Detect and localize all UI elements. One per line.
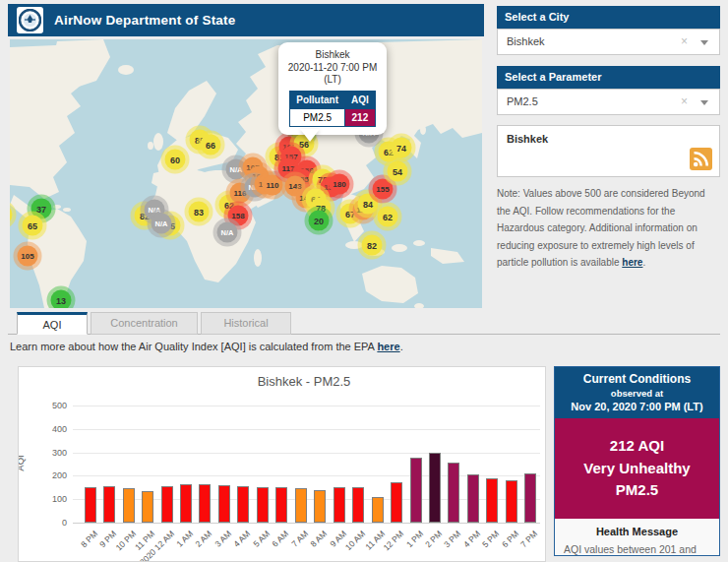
popup-pollutant-value: PM2.5 xyxy=(290,108,345,126)
feed-city-label: Bishkek xyxy=(507,133,548,145)
tab-historical[interactable]: Historical xyxy=(201,312,291,335)
aqi-map-marker[interactable]: 13 xyxy=(51,290,72,309)
aqi-map-marker[interactable]: 54 xyxy=(388,161,408,182)
observed-at-label: observed at xyxy=(557,388,717,399)
aqi-map-marker[interactable]: N/A xyxy=(152,214,172,234)
chart-gridline xyxy=(73,429,540,430)
popup-aqi-table: Pollutant AQI PM2.5 212 xyxy=(289,91,376,127)
chart-bar[interactable] xyxy=(161,486,173,523)
city-select-value: Bishkek xyxy=(507,35,545,47)
health-message-text: AQI values between 201 and 300 trigger a… xyxy=(564,541,710,562)
current-conditions-header: Current Conditions observed at Nov 20, 2… xyxy=(555,367,719,418)
chart-bar[interactable] xyxy=(524,473,536,523)
chart-bar[interactable] xyxy=(410,458,422,523)
aqi-pollutant: PM2.5 xyxy=(557,479,717,502)
chart-bar[interactable] xyxy=(199,484,211,523)
chart-y-tick: 200 xyxy=(37,470,67,480)
aqi-map-marker[interactable]: 66 xyxy=(201,135,221,156)
chart-gridline xyxy=(73,453,540,454)
clear-city-icon[interactable]: × xyxy=(681,35,688,47)
chart-y-tick: 300 xyxy=(37,448,67,458)
aqi-map-marker[interactable]: 180 xyxy=(330,174,350,195)
clear-parameter-icon[interactable]: × xyxy=(681,95,688,107)
chart-bar[interactable] xyxy=(506,480,517,523)
state-department-seal xyxy=(17,7,43,33)
popup-col-aqi: AQI xyxy=(345,91,376,108)
chart-y-tick: 500 xyxy=(37,401,67,410)
chart-bar[interactable] xyxy=(486,478,498,523)
chart-bar[interactable] xyxy=(257,487,269,523)
aqi-map-marker[interactable]: 65 xyxy=(23,216,43,236)
aqi-chart-panel: Bishkek - PM2.5 AQI 01002003004005008 PM… xyxy=(18,366,546,562)
chart-x-axis xyxy=(73,523,540,524)
aqi-map-marker[interactable]: N/A xyxy=(217,222,238,243)
chart-bar[interactable] xyxy=(334,487,345,523)
world-map[interactable]: 6376510513608566N/A82N/A95N/A83621161071… xyxy=(10,39,482,308)
epa-here-link[interactable]: here xyxy=(377,341,399,352)
chart-bar[interactable] xyxy=(372,497,384,523)
popup-aqi-value: 212 xyxy=(345,108,376,126)
current-conditions-title: Current Conditions xyxy=(557,372,717,386)
app-header: AirNow Department of State xyxy=(8,4,484,36)
select-city-header: Select a City xyxy=(497,6,720,29)
chevron-down-icon[interactable] xyxy=(700,40,708,45)
rss-icon[interactable] xyxy=(690,148,712,170)
tab-concentration[interactable]: Concentration xyxy=(91,312,198,335)
city-feed-box: Bishkek xyxy=(497,125,720,177)
health-message-title: Health Message xyxy=(564,526,710,537)
chart-title: Bishkek - PM2.5 xyxy=(73,374,535,389)
seal-icon xyxy=(19,9,41,31)
chart-y-tick: 100 xyxy=(37,494,67,504)
aqi-category: Very Unhealthy xyxy=(557,458,717,480)
chart-bar[interactable] xyxy=(237,486,249,523)
aqi-map-marker[interactable]: 82 xyxy=(362,235,383,256)
popup-col-pollutant: Pollutant xyxy=(290,91,345,108)
tab-aqi[interactable]: AQI xyxy=(17,312,88,335)
chart-bar[interactable] xyxy=(180,484,192,523)
chart-bar[interactable] xyxy=(295,488,307,523)
popup-datetime: 2020-11-20 7:00 PM xyxy=(284,62,381,75)
aqi-map-marker[interactable]: 83 xyxy=(189,202,210,222)
chart-bar[interactable] xyxy=(218,485,230,523)
popup-timezone: (LT) xyxy=(284,74,381,87)
chart-bar[interactable] xyxy=(85,487,96,523)
aqi-map-marker[interactable]: 74 xyxy=(392,138,412,158)
chart-y-tick: 0 xyxy=(37,518,67,528)
aqi-map-marker[interactable]: 60 xyxy=(165,150,186,170)
popup-city: Bishkek xyxy=(284,49,381,62)
aqi-map-marker[interactable]: 20 xyxy=(309,211,330,231)
chevron-down-icon[interactable] xyxy=(700,100,708,105)
aqi-map-marker[interactable]: 155 xyxy=(373,179,394,200)
chart-y-axis-label: AQI xyxy=(18,455,26,470)
aqi-map-marker[interactable]: 62 xyxy=(378,207,398,227)
chart-bar[interactable] xyxy=(467,474,479,523)
chart-bar[interactable] xyxy=(429,453,441,523)
aqi-status-block: 212 AQI Very Unhealthy PM2.5 xyxy=(555,418,719,519)
note-here-link[interactable]: here xyxy=(622,257,642,268)
observed-datetime: Nov 20, 2020 7:00 PM (LT) xyxy=(557,401,717,412)
chart-bar[interactable] xyxy=(448,463,459,523)
aqi-map-marker[interactable]: 110 xyxy=(263,175,283,196)
health-message-block: Health Message AQI values between 201 an… xyxy=(555,519,719,562)
current-conditions-panel: Current Conditions observed at Nov 20, 2… xyxy=(554,366,720,556)
chart-bar[interactable] xyxy=(123,488,135,523)
map-popup: Bishkek 2020-11-20 7:00 PM (LT) Pollutan… xyxy=(278,42,387,135)
chart-y-tick: 400 xyxy=(37,424,67,434)
chart-bar[interactable] xyxy=(103,486,115,523)
chart-bar[interactable] xyxy=(275,487,287,523)
chart-bar[interactable] xyxy=(352,487,364,523)
aqi-map-marker[interactable]: 105 xyxy=(18,246,38,267)
chart-bar[interactable] xyxy=(391,482,402,523)
chart-bar[interactable] xyxy=(314,490,326,523)
page-title: AirNow Department of State xyxy=(54,13,235,28)
parameter-select[interactable]: PM2.5 × xyxy=(497,89,720,115)
page: AirNow Department of State xyxy=(0,0,728,562)
parameter-select-value: PM2.5 xyxy=(507,95,538,107)
learn-more-text: Learn more about how the Air Quality Ind… xyxy=(10,341,403,352)
popup-pointer xyxy=(300,129,320,142)
city-select[interactable]: Bishkek × xyxy=(497,29,720,55)
chart-bar[interactable] xyxy=(142,491,153,523)
select-parameter-header: Select a Parameter xyxy=(497,66,720,89)
beyond-aqi-note: Note: Values above 500 are considered Be… xyxy=(497,185,721,272)
aqi-value: 212 AQI xyxy=(557,435,717,458)
